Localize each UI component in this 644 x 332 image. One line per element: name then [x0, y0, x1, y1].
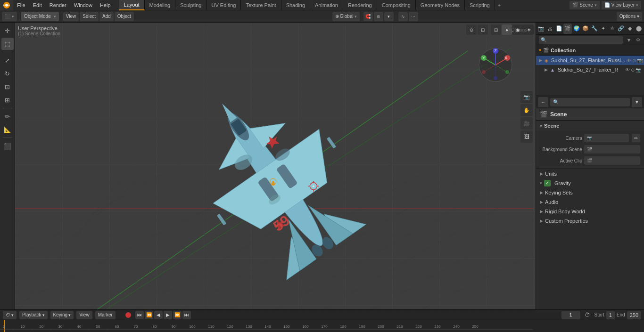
menu-edit[interactable]: Edit	[29, 0, 46, 10]
rigid-body-world-collapsible[interactable]: ▶ Rigid Body World	[536, 207, 644, 216]
tab-geometry-nodes[interactable]: Geometry Nodes	[416, 0, 465, 10]
prop-tab-view-layer[interactable]: 📄	[555, 24, 563, 34]
record-button[interactable]	[124, 311, 132, 319]
material-preview[interactable]: ◉	[512, 24, 523, 35]
prop-tab-world[interactable]: 🌍	[572, 24, 581, 34]
jump-back[interactable]: ⏪	[145, 311, 153, 319]
overlay-toggle[interactable]: ⊙	[466, 24, 477, 35]
transform-tool[interactable]: ⊞	[1, 94, 14, 106]
gravity-collapsible[interactable]: ▾ ✓ Gravity	[536, 178, 644, 188]
outliner-row-flanker[interactable]: ▶ ◈ Sukhoi_Su_27_Flanker_Russi... 👁 ⊙ 📷	[536, 56, 644, 65]
editor-type-tl[interactable]: ⏱ ▾	[3, 311, 17, 319]
playback-menu[interactable]: Playback ▾	[19, 311, 48, 319]
wireframe-shading[interactable]: ⊟	[491, 24, 501, 35]
tab-layout[interactable]: Layout	[119, 0, 145, 10]
active-clip-field[interactable]: 🎬	[584, 156, 640, 165]
menu-file[interactable]: File	[13, 0, 29, 10]
background-scene-field[interactable]: 🎬	[584, 145, 640, 154]
keying-sets-collapsible[interactable]: ▶ Keying Sets	[536, 188, 644, 197]
render-icon-1[interactable]: 📷	[637, 58, 643, 63]
add-menu[interactable]: Add	[99, 12, 114, 21]
menu-help[interactable]: Help	[96, 0, 115, 10]
custom-props-collapsible[interactable]: ▶ Custom Properties	[536, 216, 644, 226]
navigation-gizmo[interactable]: X Y Z	[477, 46, 514, 85]
snap-toggle[interactable]: 🧲	[363, 12, 373, 21]
rendered-shading[interactable]: ☀	[523, 24, 534, 35]
units-collapsible[interactable]: ▶ Units	[536, 169, 644, 178]
add-cube-tool[interactable]: ⬛	[1, 140, 14, 152]
view-layer-selector[interactable]: 📄 View Layer ▾	[602, 1, 641, 9]
properties-search[interactable]: 🔍	[550, 98, 630, 106]
prop-tab-particles[interactable]: ✦	[599, 24, 608, 34]
view-menu-tl[interactable]: View	[76, 311, 92, 319]
play-forward[interactable]: ▶	[164, 311, 172, 319]
tab-shading[interactable]: Shading	[281, 0, 310, 10]
transform-orientation[interactable]: ⊕ Global ▾	[332, 12, 360, 21]
viewport-3d[interactable]: 59	[15, 23, 536, 309]
view-menu[interactable]: View	[63, 12, 79, 21]
tab-rendering[interactable]: Rendering	[343, 0, 377, 10]
render-icon-2[interactable]: 📷	[636, 67, 641, 73]
cursor-tool[interactable]: ✛	[1, 24, 14, 37]
hand-tool-btn[interactable]: ✋	[520, 104, 533, 116]
something-btn[interactable]: ∿	[398, 12, 408, 21]
prop-tab-material[interactable]: ⬤	[635, 24, 643, 34]
xray-toggle[interactable]: ⊡	[478, 24, 488, 35]
proportional-type[interactable]: ▾	[384, 12, 394, 21]
visibility-icon-1[interactable]: 👁	[627, 58, 631, 63]
jump-forward[interactable]: ⏩	[173, 311, 182, 319]
viewport-icon-2[interactable]: ⊙	[631, 67, 635, 73]
select-menu[interactable]: Select	[80, 12, 99, 21]
jump-to-start[interactable]: ⏮	[135, 311, 144, 319]
menu-render[interactable]: Render	[46, 0, 70, 10]
play-reverse[interactable]: ◀	[154, 311, 163, 319]
render-icon-btn[interactable]: 🖼	[520, 130, 533, 143]
prop-tab-constraints[interactable]: 🔗	[617, 24, 625, 34]
tab-scripting[interactable]: Scripting	[465, 0, 495, 10]
something-btn2[interactable]: ⋯	[409, 12, 418, 21]
prop-tab-physics[interactable]: ⚛	[608, 24, 617, 34]
visibility-icon-2[interactable]: 👁	[625, 67, 630, 73]
prop-tab-scene[interactable]: 🎬	[563, 24, 572, 34]
marker-menu[interactable]: Marker	[95, 311, 116, 319]
prop-tab-output[interactable]: 🖨	[546, 24, 554, 34]
tab-uv-editing[interactable]: UV Editing	[206, 0, 241, 10]
object-menu[interactable]: Object	[115, 12, 134, 21]
options-dropdown[interactable]: Options ▾	[617, 12, 642, 21]
outliner-filter[interactable]: ▼	[625, 36, 633, 44]
menu-window[interactable]: Window	[70, 0, 96, 10]
tab-add[interactable]: +	[495, 2, 504, 8]
gravity-checkbox[interactable]: ✓	[544, 180, 551, 186]
move-tool[interactable]: ⤢	[1, 54, 14, 66]
timeline-ruler[interactable]: 1 10 20 30 40 50 60 70 80 90 100 110 120…	[0, 320, 644, 332]
start-frame-input[interactable]: 1	[606, 311, 615, 319]
prop-tab-object[interactable]: 📦	[581, 24, 590, 34]
prop-tab-render[interactable]: 📷	[537, 24, 545, 34]
editor-type-menu[interactable]: ⬛ ▾	[2, 12, 17, 21]
outliner-options[interactable]: ⚙	[635, 37, 641, 43]
camera-value-field[interactable]: 📷	[584, 134, 629, 142]
tab-sculpting[interactable]: Sculpting	[175, 0, 206, 10]
camera-icon-btn[interactable]: 🎥	[520, 117, 533, 130]
proportional-edit[interactable]: ⊙	[374, 12, 383, 21]
end-frame-input[interactable]: 250	[627, 311, 641, 319]
tab-animation[interactable]: Animation	[310, 0, 343, 10]
current-frame-input[interactable]: 1	[561, 311, 580, 319]
tab-compositing[interactable]: Compositing	[377, 0, 416, 10]
measure-tool[interactable]: 📐	[1, 123, 14, 136]
tab-texture-paint[interactable]: Texture Paint	[241, 0, 281, 10]
props-back-btn[interactable]: ←	[538, 97, 548, 107]
tab-modeling[interactable]: Modeling	[145, 0, 176, 10]
outliner-row-flanker-mesh[interactable]: ▶ ▲ Sukhoi_Su_27_Flanker_R 👁 ⊙ 📷	[536, 65, 644, 74]
prop-tab-data[interactable]: ◆	[626, 24, 634, 34]
audio-collapsible[interactable]: ▶ Audio	[536, 197, 644, 207]
keying-menu[interactable]: Keying ▾	[50, 311, 74, 319]
solid-shading[interactable]: ●	[502, 24, 512, 35]
scene-section-header[interactable]: ▾ Scene	[536, 121, 644, 131]
outliner-search[interactable]: 🔍	[539, 36, 623, 44]
rotate-tool[interactable]: ↻	[1, 67, 14, 80]
mode-selector[interactable]: Object Mode ▾	[21, 12, 59, 21]
select-tool[interactable]: ⬚	[1, 38, 14, 50]
props-filter-btn[interactable]: ▼	[632, 97, 642, 107]
annotate-tool[interactable]: ✏	[1, 110, 14, 122]
